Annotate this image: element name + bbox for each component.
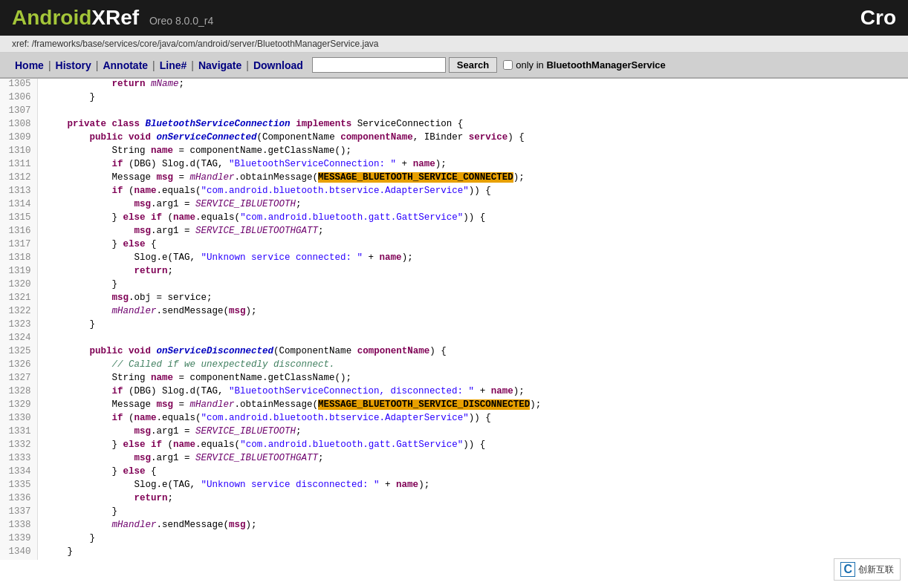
line-code (37, 333, 908, 346)
table-row: 1333 msg.arg1 = SERVICE_IBLUETOOTHGATT; (0, 453, 908, 466)
line-code: String name = componentName.getClassName… (37, 146, 908, 159)
line-num: 1340 (0, 546, 37, 560)
table-row: 1329 Message msg = mHandler.obtainMessag… (0, 399, 908, 413)
only-bold-text: BluetoothManagerService (546, 59, 665, 71)
line-code: } else { (37, 239, 908, 252)
line-code: msg.arg1 = SERVICE_IBLUETOOTHGATT; (37, 226, 908, 239)
nav-sep-1: | (48, 59, 51, 71)
line-code: public void onServiceConnected(Component… (37, 132, 908, 146)
line-num: 1338 (0, 520, 37, 533)
line-num: 1309 (0, 132, 37, 146)
line-num: 1315 (0, 212, 37, 226)
table-row: 1328 if (DBG) Slog.d(TAG, "BluetoothServ… (0, 386, 908, 399)
line-code: Message msg = mHandler.obtainMessage(MES… (37, 399, 908, 413)
line-code: mHandler.sendMessage(msg); (37, 520, 908, 533)
table-row: 1305 return mName; (0, 79, 908, 92)
code-table: 1305 return mName; 1306 } 1307 1308 priv… (0, 79, 908, 560)
line-num: 1313 (0, 186, 37, 199)
table-row: 1340 } (0, 546, 908, 560)
line-num: 1307 (0, 105, 37, 119)
table-row: 1323 } (0, 319, 908, 333)
line-num: 1308 (0, 119, 37, 132)
table-row: 1315 } else if (name.equals("com.android… (0, 212, 908, 226)
line-code: } (37, 279, 908, 293)
line-code: } else { (37, 466, 908, 480)
table-row: 1331 msg.arg1 = SERVICE_IBLUETOOTH; (0, 426, 908, 440)
table-row: 1316 msg.arg1 = SERVICE_IBLUETOOTHGATT; (0, 226, 908, 239)
line-code: if (DBG) Slog.d(TAG, "BluetoothServiceCo… (37, 386, 908, 399)
header-title: AndroidXRef Oreo 8.0.0_r4 (12, 6, 213, 30)
line-num: 1316 (0, 226, 37, 239)
only-label-text: only in (516, 59, 546, 71)
line-num: 1324 (0, 333, 37, 346)
search-button[interactable]: Search (449, 57, 497, 73)
line-num: 1337 (0, 506, 37, 520)
line-code (37, 105, 908, 119)
nav-sep-5: | (246, 59, 249, 71)
line-num: 1332 (0, 440, 37, 453)
breadcrumb: xref: /frameworks/base/services/core/jav… (0, 36, 908, 53)
line-num: 1330 (0, 413, 37, 426)
line-code: } (37, 319, 908, 333)
line-code: return mName; (37, 79, 908, 92)
line-num: 1329 (0, 399, 37, 413)
table-row: 1332 } else if (name.equals("com.android… (0, 440, 908, 453)
line-code: msg.arg1 = SERVICE_IBLUETOOTHGATT; (37, 453, 908, 466)
line-code: return; (37, 493, 908, 506)
breadcrumb-text: xref: /frameworks/base/services/core/jav… (12, 39, 379, 49)
line-code: Message msg = mHandler.obtainMessage(MES… (37, 172, 908, 186)
table-row: 1336 return; (0, 493, 908, 506)
header-cross: Cro (860, 6, 896, 30)
table-row: 1308 private class BluetoothServiceConne… (0, 119, 908, 132)
line-num: 1328 (0, 386, 37, 399)
table-row: 1338 mHandler.sendMessage(msg); (0, 520, 908, 533)
line-num: 1320 (0, 279, 37, 293)
navbar: Home | History | Annotate | Line# | Navi… (0, 53, 908, 79)
table-row: 1330 if (name.equals("com.android.blueto… (0, 413, 908, 426)
table-row: 1318 Slog.e(TAG, "Unknown service connec… (0, 252, 908, 266)
nav-lineno[interactable]: Line# (157, 58, 190, 73)
table-row: 1320 } (0, 279, 908, 293)
line-num: 1325 (0, 346, 37, 359)
table-row: 1307 (0, 105, 908, 119)
line-code: msg.arg1 = SERVICE_IBLUETOOTH; (37, 426, 908, 440)
line-num: 1322 (0, 306, 37, 319)
nav-history[interactable]: History (53, 58, 94, 73)
line-num: 1310 (0, 146, 37, 159)
table-row: 1322 mHandler.sendMessage(msg); (0, 306, 908, 319)
only-checkbox[interactable] (503, 60, 513, 70)
table-row: 1306 } (0, 92, 908, 105)
line-code: } (37, 533, 908, 546)
line-code: public void onServiceDisconnected(Compon… (37, 346, 908, 359)
table-row: 1337 } (0, 506, 908, 520)
line-num: 1334 (0, 466, 37, 480)
line-code: return; (37, 266, 908, 279)
line-num: 1306 (0, 92, 37, 105)
nav-navigate[interactable]: Navigate (195, 58, 244, 73)
table-row: 1317 } else { (0, 239, 908, 252)
table-row: 1335 Slog.e(TAG, "Unknown service discon… (0, 480, 908, 493)
line-num: 1305 (0, 79, 37, 92)
nav-home[interactable]: Home (12, 58, 47, 73)
line-code: msg.obj = service; (37, 293, 908, 306)
line-num: 1326 (0, 359, 37, 373)
line-code: // Called if we unexpectedly disconnect. (37, 359, 908, 373)
line-code: } else if (name.equals("com.android.blue… (37, 212, 908, 226)
line-num: 1314 (0, 199, 37, 212)
watermark: C 创新互联 (834, 558, 901, 560)
line-code: if (name.equals("com.android.bluetooth.b… (37, 413, 908, 426)
search-input[interactable] (312, 57, 446, 73)
table-row: 1326 // Called if we unexpectedly discon… (0, 359, 908, 373)
table-row: 1314 msg.arg1 = SERVICE_IBLUETOOTH; (0, 199, 908, 212)
nav-download[interactable]: Download (250, 58, 306, 73)
table-row: 1325 public void onServiceDisconnected(C… (0, 346, 908, 359)
line-num: 1318 (0, 252, 37, 266)
table-row: 1321 msg.obj = service; (0, 293, 908, 306)
nav-annotate[interactable]: Annotate (100, 58, 151, 73)
nav-sep-3: | (152, 59, 155, 71)
code-area: 1305 return mName; 1306 } 1307 1308 priv… (0, 79, 908, 560)
line-num: 1321 (0, 293, 37, 306)
nav-sep-4: | (191, 59, 194, 71)
line-code: if (DBG) Slog.d(TAG, "BluetoothServiceCo… (37, 159, 908, 172)
nav-sep-2: | (96, 59, 99, 71)
